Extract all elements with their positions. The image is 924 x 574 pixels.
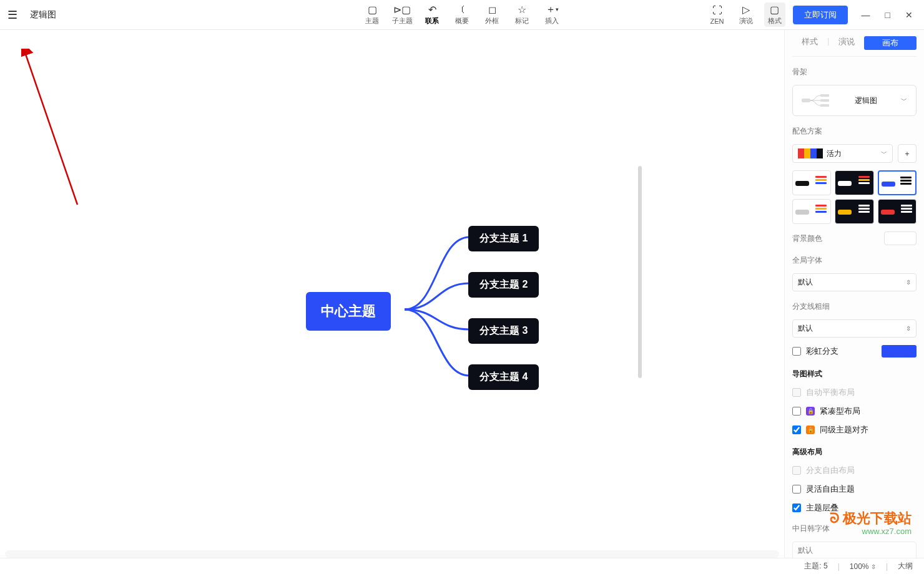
global-font-selector[interactable]: 默认⇳ [792, 273, 917, 291]
tool-zen[interactable]: ⛶ZEN [707, 5, 728, 25]
colorscheme-swatches [798, 148, 823, 158]
status-outline-toggle[interactable]: 大纲 [898, 561, 913, 572]
free-branch-checkbox [792, 466, 801, 475]
window-minimize-icon[interactable]: — [862, 10, 870, 20]
compact-label: 紧凑型布局 [820, 406, 860, 417]
tool-insert[interactable]: ＋▾插入 [541, 4, 563, 26]
branch-node-2[interactable]: 分支主题 2 [468, 272, 539, 298]
window-maximize-icon[interactable]: □ [885, 10, 890, 20]
top-toolbar: ☰ 逻辑图 ▢主题 ⊳▢子主题 ↶联系 ⟮ 概要 ◻外框 ☆标记 ＋▾插入 ⛶Z… [0, 0, 924, 30]
tab-canvas[interactable]: 画布 [864, 36, 917, 50]
theme-thumb-5[interactable] [835, 199, 873, 224]
toolbar-right: ⛶ZEN ▷演说 ▢格式 立即订阅 — □ ✕ [707, 2, 924, 27]
lock-badge-icon: 🔒 [806, 407, 815, 416]
svg-rect-4 [820, 104, 829, 107]
topic-icon: ▢ [368, 4, 377, 15]
colorscheme-label: 配色方案 [792, 126, 917, 137]
lock-badge-icon: 🔒 [806, 426, 815, 434]
skeleton-selector[interactable]: 逻辑图 ﹀ [792, 85, 917, 116]
colorscheme-selector[interactable]: 活力 ﹀ [792, 144, 893, 163]
chevron-down-icon: ﹀ [881, 149, 887, 158]
global-font-label: 全局字体 [792, 255, 917, 266]
subscribe-button[interactable]: 立即订阅 [793, 6, 848, 24]
tool-format[interactable]: ▢格式 [764, 2, 785, 27]
background-color-label: 背景颜色 [792, 233, 822, 244]
theme-thumbnails [792, 170, 917, 224]
rainbow-checkbox[interactable] [792, 347, 801, 356]
theme-thumb-6[interactable] [878, 199, 917, 224]
subtopic-icon: ⊳▢ [393, 4, 411, 15]
menu-hamburger-icon[interactable]: ☰ [0, 8, 25, 22]
status-bar: 主题: 5 | 100% ⇳ | 大纲 [0, 558, 924, 574]
plus-icon: ＋ [903, 148, 911, 159]
align-label: 同级主题对齐 [820, 424, 868, 435]
document-title: 逻辑图 [30, 9, 56, 21]
zen-icon: ⛶ [712, 5, 722, 16]
svg-rect-2 [820, 94, 829, 97]
branch-node-1[interactable]: 分支主题 1 [468, 226, 539, 251]
panel-icon: ▢ [770, 4, 779, 15]
tool-pitch[interactable]: ▷演说 [735, 4, 757, 26]
rainbow-label: 彩虹分支 [806, 346, 838, 357]
status-topic-count: 主题: 5 [804, 561, 827, 572]
colorscheme-value: 活力 [827, 148, 842, 159]
updown-icon: ⇳ [871, 563, 876, 570]
compact-checkbox[interactable] [792, 407, 801, 416]
skeleton-preview-icon [802, 93, 830, 108]
align-checkbox[interactable] [792, 426, 801, 434]
annotation-arrow [21, 49, 84, 211]
window-close-icon[interactable]: ✕ [905, 10, 913, 20]
window-controls: — □ ✕ [855, 10, 919, 20]
status-zoom[interactable]: 100% ⇳ [850, 562, 876, 571]
canvas-vertical-scrollbar[interactable] [637, 35, 643, 553]
panel-tabs: 样式 | 演说 画布 [792, 30, 917, 57]
updown-icon: ⇳ [906, 279, 911, 286]
tool-subtopic[interactable]: ⊳▢子主题 [391, 4, 413, 26]
main-area: 中心主题 分支主题 1 分支主题 2 分支主题 3 分支主题 4 样式 | 演说… [0, 30, 924, 558]
auto-balance-label: 自动平衡布局 [806, 387, 855, 398]
summary-icon: ⟮ [460, 4, 464, 15]
tool-boundary[interactable]: ◻外框 [481, 4, 503, 26]
play-icon: ▷ [742, 4, 750, 15]
format-panel: 样式 | 演说 画布 骨架 逻辑图 ﹀ 配色方案 活力 ﹀ ＋ [784, 30, 924, 558]
flex-topic-checkbox[interactable] [792, 485, 801, 494]
line-weight-selector[interactable]: 默认⇳ [792, 319, 917, 338]
watermark: ᘐ 极光下载站 www.xz7.com [830, 510, 912, 537]
chevron-down-icon: ﹀ [901, 96, 907, 105]
plus-icon: ＋▾ [546, 4, 559, 15]
background-color-picker[interactable] [884, 231, 917, 245]
star-icon: ☆ [518, 4, 526, 15]
free-branch-label: 分支自由布局 [806, 465, 855, 476]
theme-thumb-3[interactable] [878, 170, 917, 195]
watermark-logo-icon: ᘐ 极光下载站 [830, 510, 912, 527]
tool-topic[interactable]: ▢主题 [361, 4, 383, 26]
boundary-icon: ◻ [488, 4, 496, 15]
tab-pitch[interactable]: 演说 [829, 36, 864, 50]
add-colorscheme-button[interactable]: ＋ [898, 144, 917, 163]
center-topic-node[interactable]: 中心主题 [306, 292, 391, 331]
branch-node-3[interactable]: 分支主题 3 [468, 318, 539, 344]
skeleton-label: 骨架 [792, 67, 917, 77]
overlap-checkbox[interactable] [792, 503, 801, 512]
tool-marker[interactable]: ☆标记 [511, 4, 533, 26]
branch-node-4[interactable]: 分支主题 4 [468, 364, 539, 390]
toolbar-center: ▢主题 ⊳▢子主题 ↶联系 ⟮ 概要 ◻外框 ☆标记 ＋▾插入 [361, 4, 563, 26]
updown-icon: ⇳ [906, 325, 911, 332]
svg-rect-1 [802, 99, 810, 102]
line-weight-label: 分支线粗细 [792, 301, 917, 312]
auto-balance-checkbox [792, 388, 801, 397]
skeleton-value: 逻辑图 [855, 95, 877, 106]
theme-thumb-1[interactable] [792, 170, 831, 195]
watermark-site: www.xz7.com [830, 527, 912, 537]
canvas-horizontal-scrollbar[interactable] [5, 550, 779, 558]
theme-thumb-4[interactable] [792, 199, 831, 224]
rainbow-swatch[interactable] [882, 345, 917, 358]
cjk-font-selector[interactable]: 默认 [792, 542, 917, 558]
relationship-icon: ↶ [428, 4, 436, 15]
tab-style[interactable]: 样式 [792, 36, 827, 50]
theme-thumb-2[interactable] [835, 170, 873, 195]
tool-summary[interactable]: ⟮ 概要 [451, 4, 473, 26]
mindmap-canvas[interactable]: 中心主题 分支主题 1 分支主题 2 分支主题 3 分支主题 4 [0, 30, 784, 558]
advanced-layout-heading: 高级布局 [792, 447, 917, 457]
tool-relationship[interactable]: ↶联系 [421, 4, 443, 26]
